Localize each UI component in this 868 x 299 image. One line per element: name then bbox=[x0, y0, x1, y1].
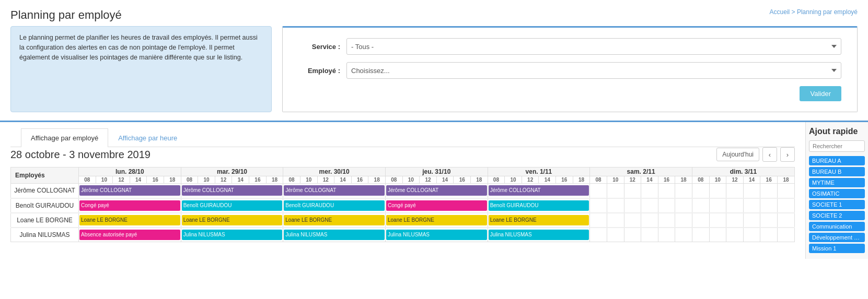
empty-cell-emp3-day5-h0 bbox=[590, 228, 607, 242]
empty-cell-emp0-day5-h4 bbox=[658, 184, 675, 198]
empty-cell-emp3-day5-h4 bbox=[658, 228, 675, 242]
hour-header-day3-12: 12 bbox=[420, 176, 437, 184]
sidebar-tag-5[interactable]: SOCIETE 2 bbox=[809, 211, 865, 220]
service-label: Service : bbox=[298, 43, 340, 51]
hour-header-day2-16: 16 bbox=[351, 176, 368, 184]
empty-cell-emp1-day6-h5 bbox=[777, 198, 794, 213]
calendar-header: 28 octobre - 3 novembre 2019 Aujourd'hui… bbox=[10, 147, 795, 162]
hour-header-day4-14: 14 bbox=[539, 176, 556, 184]
today-button[interactable]: Aujourd'hui bbox=[716, 148, 759, 161]
hour-header-day2-10: 10 bbox=[300, 176, 317, 184]
empty-cell-emp2-day6-h0 bbox=[692, 213, 709, 228]
event-cell-emp2-day4[interactable]: Loane LE BORGNE bbox=[488, 213, 590, 228]
empty-cell-emp0-day5-h2 bbox=[624, 184, 641, 198]
hour-header-day5-16: 16 bbox=[658, 176, 675, 184]
event-cell-emp2-day2[interactable]: Loane LE BORGNE bbox=[283, 213, 386, 228]
event-cell-emp1-day2[interactable]: Benoît GUIRAUDOU bbox=[283, 198, 386, 213]
sidebar-tag-6[interactable]: Communication bbox=[809, 222, 865, 231]
empty-cell-emp1-day5-h4 bbox=[658, 198, 675, 213]
event-cell-emp1-day4[interactable]: Benoît GUIRAUDOU bbox=[488, 198, 590, 213]
hour-header-day5-14: 14 bbox=[641, 176, 658, 184]
hour-header-day1-18: 18 bbox=[266, 176, 283, 184]
sidebar-tag-8[interactable]: Mission 1 bbox=[809, 244, 865, 253]
hour-header-day3-16: 16 bbox=[454, 176, 471, 184]
empty-cell-emp0-day6-h5 bbox=[777, 184, 794, 198]
day-header-4: ven. 1/11 bbox=[488, 168, 590, 176]
prev-button[interactable]: ‹ bbox=[762, 147, 777, 162]
empty-cell-emp1-day5-h2 bbox=[624, 198, 641, 213]
day-header-1: mar. 29/10 bbox=[181, 168, 283, 176]
sidebar-tag-2[interactable]: MYTIME bbox=[809, 178, 865, 187]
event-cell-emp0-day0[interactable]: Jérôme COLLOGNAT bbox=[79, 184, 181, 198]
empty-cell-emp3-day6-h4 bbox=[760, 228, 778, 242]
empty-cell-emp3-day5-h2 bbox=[624, 228, 641, 242]
valider-button[interactable]: Valider bbox=[800, 86, 841, 101]
tab-par-employe[interactable]: Affichage par employé bbox=[21, 128, 108, 147]
hour-header-day2-18: 18 bbox=[368, 176, 386, 184]
hour-header-day1-16: 16 bbox=[249, 176, 267, 184]
sidebar-tag-0[interactable]: BUREAU A bbox=[809, 156, 865, 165]
tab-par-heure[interactable]: Affichage par heure bbox=[108, 128, 187, 147]
hour-header-day4-18: 18 bbox=[573, 176, 590, 184]
day-header-2: mer. 30/10 bbox=[283, 168, 386, 176]
empty-cell-emp1-day6-h1 bbox=[709, 198, 726, 213]
event-cell-emp3-day4[interactable]: Julina NILUSMAS bbox=[488, 228, 590, 242]
hour-header-day0-18: 18 bbox=[164, 176, 181, 184]
event-cell-emp1-day1[interactable]: Benoît GUIRAUDOU bbox=[181, 198, 283, 213]
sidebar-tag-4[interactable]: SOCIETE 1 bbox=[809, 200, 865, 209]
calendar-area: Affichage par employé Affichage par heur… bbox=[0, 122, 805, 259]
hour-header-day4-12: 12 bbox=[522, 176, 539, 184]
event-cell-emp1-day3[interactable]: Congé payé bbox=[385, 198, 488, 213]
page-header: Planning par employé Accueil > Planning … bbox=[0, 0, 868, 26]
service-filter-row: Service : - Tous - bbox=[298, 38, 841, 55]
hour-header-day0-14: 14 bbox=[130, 176, 147, 184]
hour-header-day2-08: 08 bbox=[283, 176, 300, 184]
event-cell-emp2-day0[interactable]: Loane LE BORGNE bbox=[79, 213, 181, 228]
empty-cell-emp0-day6-h4 bbox=[760, 184, 778, 198]
event-cell-emp3-day1[interactable]: Julina NILUSMAS bbox=[181, 228, 283, 242]
empty-cell-emp3-day6-h5 bbox=[777, 228, 794, 242]
tabs: Affichage par employé Affichage par heur… bbox=[10, 128, 795, 147]
event-cell-emp3-day3[interactable]: Julina NILUSMAS bbox=[385, 228, 488, 242]
filter-box: Service : - Tous - Employé : Choisissez.… bbox=[282, 26, 858, 112]
empty-cell-emp3-day6-h2 bbox=[726, 228, 744, 242]
employee-name-0: Jérôme COLLOGNAT bbox=[11, 184, 79, 198]
event-cell-emp0-day4[interactable]: Jérôme COLLOGNAT bbox=[488, 184, 590, 198]
empty-cell-emp2-day5-h3 bbox=[641, 213, 658, 228]
empty-cell-emp2-day6-h5 bbox=[777, 213, 794, 228]
empty-cell-emp1-day5-h5 bbox=[675, 198, 692, 213]
sidebar-tag-1[interactable]: BUREAU B bbox=[809, 167, 865, 176]
event-cell-emp0-day1[interactable]: Jérôme COLLOGNAT bbox=[181, 184, 283, 198]
empty-cell-emp2-day6-h3 bbox=[743, 213, 760, 228]
hour-header-day5-08: 08 bbox=[590, 176, 607, 184]
hour-header-day3-18: 18 bbox=[471, 176, 488, 184]
employee-select[interactable]: Choisissez... bbox=[346, 62, 841, 79]
empty-cell-emp3-day5-h1 bbox=[607, 228, 624, 242]
event-cell-emp1-day0[interactable]: Congé payé bbox=[79, 198, 181, 213]
empty-cell-emp0-day6-h2 bbox=[726, 184, 744, 198]
event-cell-emp0-day3[interactable]: Jérôme COLLOGNAT bbox=[385, 184, 488, 198]
sidebar-tag-7[interactable]: Développement myLawyer bbox=[809, 233, 865, 242]
event-cell-emp2-day3[interactable]: Loane LE BORGNE bbox=[385, 213, 488, 228]
hour-header-day1-10: 10 bbox=[198, 176, 215, 184]
empty-cell-emp0-day5-h1 bbox=[607, 184, 624, 198]
hour-header-day4-10: 10 bbox=[505, 176, 522, 184]
breadcrumb: Accueil > Planning par employé bbox=[770, 8, 858, 16]
empty-cell-emp3-day5-h5 bbox=[675, 228, 692, 242]
hour-header-day3-08: 08 bbox=[385, 176, 402, 184]
next-button[interactable]: › bbox=[780, 147, 795, 162]
hour-header-day0-08: 08 bbox=[79, 176, 96, 184]
hour-header-day5-12: 12 bbox=[624, 176, 641, 184]
service-select[interactable]: - Tous - bbox=[346, 38, 841, 55]
empty-cell-emp2-day5-h1 bbox=[607, 213, 624, 228]
hour-header-day0-10: 10 bbox=[96, 176, 113, 184]
sidebar-search[interactable] bbox=[809, 140, 865, 152]
empty-cell-emp2-day6-h4 bbox=[760, 213, 778, 228]
event-cell-emp2-day1[interactable]: Loane LE BORGNE bbox=[181, 213, 283, 228]
empty-cell-emp0-day6-h1 bbox=[709, 184, 726, 198]
empty-cell-emp0-day6-h0 bbox=[692, 184, 709, 198]
event-cell-emp3-day2[interactable]: Julina NILUSMAS bbox=[283, 228, 386, 242]
sidebar-tag-3[interactable]: OSIMATIC bbox=[809, 189, 865, 198]
event-cell-emp3-day0[interactable]: Absence autorisée payé bbox=[79, 228, 181, 242]
event-cell-emp0-day2[interactable]: Jérôme COLLOGNAT bbox=[283, 184, 386, 198]
